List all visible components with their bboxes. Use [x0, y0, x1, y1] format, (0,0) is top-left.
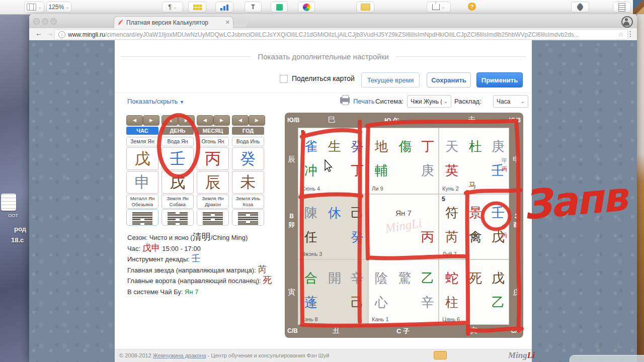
palace-name: Кунь 2 — [442, 186, 459, 192]
color-wheel-icon — [303, 4, 310, 11]
format-button[interactable] — [571, 2, 589, 13]
hexagram-line — [132, 221, 152, 223]
palace-char: 休 — [324, 205, 346, 221]
background-app-toolbar: ⌄ 125% ⌄ ¶ ⌄ T ↑ ⌄ — [0, 0, 644, 15]
info-line: В системе Чай Бу: Ян 7 — [127, 288, 199, 296]
info-line: Главные ворота (направляющий посланец): … — [127, 277, 272, 285]
prev-arrow-button[interactable]: ◀ — [126, 115, 143, 126]
compass-label: С 子 — [396, 327, 410, 336]
share-button[interactable]: ↑ ⌄ — [427, 2, 451, 13]
browser-navbar: ← → ↻ i www.mingli.ru/cimencard/eyJ0aW1I… — [29, 28, 637, 41]
palace-name: Дуй 7 — [442, 251, 457, 257]
comment-button[interactable] — [356, 2, 374, 13]
zoom-window-button[interactable] — [50, 18, 57, 25]
palace-char: 丁 — [417, 138, 439, 154]
share-icon: ↑ — [432, 4, 440, 10]
hexagram-line — [132, 212, 152, 214]
desktop-label: 18.с — [11, 236, 24, 244]
palace-center: Ян 7MingLi丙 — [368, 194, 439, 259]
pillar-stem: 戊 — [126, 147, 158, 170]
palace-char: 地 — [370, 138, 392, 154]
browser-menu-icon[interactable]: ⋮ — [627, 30, 634, 38]
next-arrow-button[interactable]: ▶ — [249, 115, 265, 126]
palace-char: 傷 — [394, 138, 416, 154]
dock-hint[interactable] — [570, 355, 644, 362]
next-arrow-button[interactable]: ▶ — [178, 115, 195, 126]
pillar-animal-label: Металл ЯнОбезьяна — [126, 195, 158, 209]
minimize-window-button[interactable] — [42, 18, 48, 25]
zoom-level-button[interactable]: 125% ⌄ — [46, 2, 71, 13]
compass-label: Ю/В — [287, 117, 299, 124]
tab-close-icon[interactable]: ✕ — [225, 19, 230, 26]
palace-name: Чжэнь 3 — [301, 251, 322, 257]
system-select[interactable]: Чжи Жунь (' ⌄ — [407, 95, 451, 108]
palace-ли-9: 地傷丁輔庚Ли 9 — [368, 128, 439, 194]
pillar-stem: 丙 — [197, 147, 229, 170]
pillar-column-год: ◀▶ГОДВода Инь癸未Земля ИньКоза — [232, 115, 265, 225]
new-tab-button[interactable] — [232, 18, 251, 27]
palace-name: Сюнь 4 — [301, 186, 320, 192]
hexagram-line — [238, 223, 258, 225]
palace-char: 癸 — [346, 229, 368, 245]
next-arrow-button[interactable]: ▶ — [143, 115, 159, 126]
compass-label: З酉 — [512, 212, 521, 229]
back-button[interactable]: ← — [33, 29, 44, 37]
palace-char: 陰 — [370, 270, 392, 286]
desktop-file-icon[interactable] — [1, 194, 16, 211]
palace-char: 庚 — [417, 162, 439, 178]
compass-label: 寅 — [288, 288, 295, 297]
current-time-button[interactable]: Текущее время — [361, 72, 420, 87]
insert-chart-button[interactable] — [215, 2, 233, 13]
pillar-hexagram-button[interactable] — [126, 209, 158, 226]
insert-shape-button[interactable] — [271, 2, 288, 13]
document-setup-button[interactable] — [613, 2, 631, 13]
spread-select[interactable]: Часа ⌄ — [493, 95, 528, 108]
window-zoom-button[interactable]: ⌄ — [24, 2, 44, 13]
show-hide-link[interactable]: Показать/скрыть ▼ — [127, 98, 184, 105]
hexagram-line — [168, 214, 188, 216]
palace-name: Кань 1 — [372, 316, 389, 322]
hexagram-line — [168, 221, 188, 223]
address-bar[interactable]: i www.mingli.ru/cimencard/eyJ0aW1IljoxMD… — [54, 29, 628, 40]
prev-arrow-button[interactable]: ◀ — [162, 115, 178, 126]
footer-link[interactable]: Жемчужина дракона — [153, 352, 206, 358]
profile-icon[interactable] — [621, 16, 633, 28]
chevron-down-icon: ⌄ — [65, 5, 69, 10]
paragraph-style-button[interactable]: ¶ ⌄ — [162, 2, 183, 13]
browser-tab[interactable]: Платная версия Калькулятор ✕ — [114, 16, 233, 28]
share-map-checkbox[interactable] — [280, 75, 288, 83]
next-arrow-button[interactable]: ▶ — [213, 115, 230, 126]
printer-icon[interactable] — [340, 97, 350, 104]
apply-button[interactable]: Применить — [476, 72, 523, 87]
pillar-hexagram-button[interactable] — [197, 209, 229, 226]
palace-char: 輔 — [370, 162, 392, 178]
close-window-button[interactable] — [33, 18, 40, 25]
prev-arrow-button[interactable]: ◀ — [232, 115, 249, 126]
bookmark-star-icon[interactable]: ☆ — [618, 31, 624, 38]
insert-media-button[interactable] — [298, 2, 315, 13]
help-button[interactable]: ? — [462, 2, 482, 12]
footer-button[interactable] — [434, 351, 447, 359]
pillar-hexagram-button[interactable] — [162, 209, 194, 226]
palace-corner-number: 5 — [442, 196, 445, 203]
compass-label: 亥 — [470, 326, 477, 335]
palace-char: 蛇 — [441, 270, 463, 286]
hexagram-line — [168, 217, 188, 218]
palace-char: 蓬 — [300, 294, 322, 310]
pillar-element-label: Вода Инь — [232, 137, 264, 146]
compass-label: 辰 — [288, 155, 295, 164]
compass-label: Ю 午 — [384, 116, 399, 125]
print-link[interactable]: Печать — [353, 98, 375, 105]
pillar-element-label: Огонь Ян — [197, 137, 229, 146]
pillar-hexagram-button[interactable] — [232, 209, 264, 226]
palace-char: 杜 — [464, 138, 487, 154]
pillar-animal-label: Земля ЯнДракон — [197, 195, 229, 209]
page-info-icon[interactable]: i — [58, 31, 65, 38]
save-button[interactable]: Сохранить — [427, 72, 471, 87]
hexagram-line — [238, 212, 258, 214]
insert-text-button[interactable]: T — [245, 2, 262, 13]
insert-table-button[interactable] — [188, 2, 206, 13]
prev-arrow-button[interactable]: ◀ — [197, 115, 213, 126]
forward-button[interactable]: → — [44, 29, 55, 37]
palace-char: 己 — [346, 294, 368, 310]
